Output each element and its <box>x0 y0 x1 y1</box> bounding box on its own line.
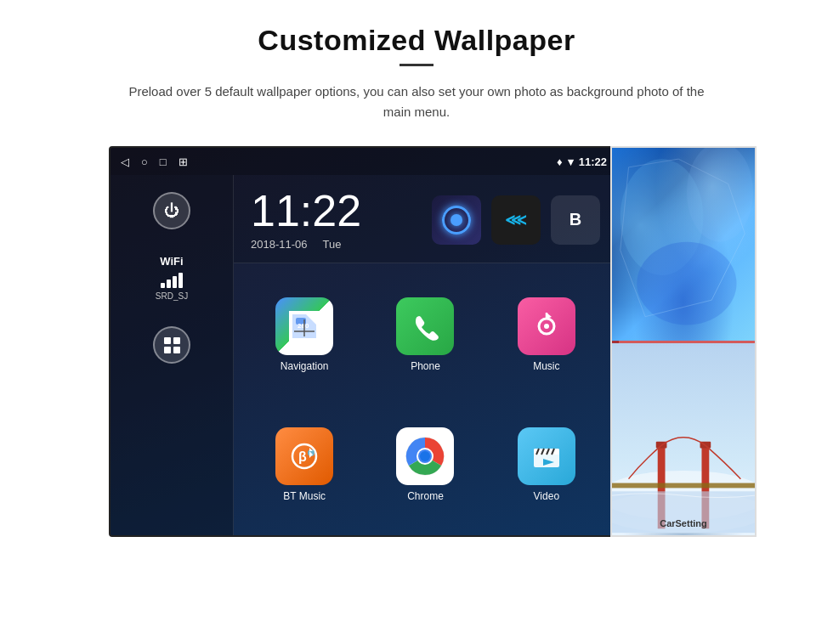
wifi-label: WiFi <box>156 255 188 268</box>
phone-label: Phone <box>411 360 440 372</box>
phone-app[interactable]: Phone <box>367 272 483 397</box>
wifi-status-icon: ▾ <box>568 155 574 168</box>
status-time: 11:22 <box>579 155 607 168</box>
b-icon-label: B <box>570 210 581 229</box>
grid-button[interactable] <box>153 326 190 364</box>
bridge-svg <box>612 343 755 536</box>
navigation-icon: 280 <box>275 297 333 355</box>
wifi-ssid: SRD_SJ <box>156 291 188 301</box>
music-svg <box>530 310 563 342</box>
navigation-label: Navigation <box>280 360 329 372</box>
carsetting-label: CarSetting <box>612 518 755 528</box>
grid-dot-3 <box>164 347 171 353</box>
app-grid: 280 Navigation <box>234 263 617 535</box>
location-icon: ♦ <box>557 155 563 168</box>
main-content: ⏻ WiFi SRD_SJ <box>110 175 617 535</box>
video-label: Video <box>534 490 559 502</box>
status-bar: ◁ ○ □ ⊞ ♦ ▾ 11:22 <box>110 148 617 175</box>
svg-point-5 <box>544 324 549 329</box>
bt-icon: β <box>275 427 333 485</box>
status-bar-left: ◁ ○ □ ⊞ <box>121 155 188 168</box>
chrome-svg <box>404 435 446 477</box>
music-icon <box>518 297 575 355</box>
clock-day: Tue <box>323 238 342 251</box>
wallpaper-thumbnails: CarSetting <box>610 146 756 537</box>
wallpaper-thumb-bridge[interactable]: CarSetting <box>612 343 755 536</box>
wifi-bars <box>156 271 188 288</box>
map-svg: 280 <box>289 311 320 342</box>
chrome-label: Chrome <box>407 490 444 502</box>
kodi-app-icon[interactable]: ⋘ <box>491 195 541 245</box>
b-app-icon[interactable]: B <box>551 195 600 245</box>
wifi-bar-2 <box>167 280 171 288</box>
music-label: Music <box>533 360 559 372</box>
chrome-icon <box>396 427 454 485</box>
center-content: 11:22 2018-11-06 Tue ⋘ <box>234 175 617 535</box>
nav-icon-inner: 280 <box>275 297 333 355</box>
clock-time: 11:22 <box>251 189 415 233</box>
phone-icon <box>396 297 454 355</box>
navigation-app[interactable]: 280 Navigation <box>246 272 362 397</box>
grid-icon <box>162 335 183 356</box>
clock-apps: ⋘ B <box>432 195 600 245</box>
video-svg <box>529 438 564 474</box>
bt-music-app[interactable]: β BT Music <box>246 402 362 527</box>
back-nav-icon[interactable]: ◁ <box>121 155 129 168</box>
page-description: Preload over 5 default wallpaper options… <box>128 82 706 122</box>
video-app[interactable]: Video <box>489 402 604 527</box>
bt-svg: β <box>287 439 321 473</box>
left-sidebar: ⏻ WiFi SRD_SJ <box>110 175 234 535</box>
title-divider <box>400 64 434 66</box>
svg-text:280: 280 <box>298 322 309 330</box>
grid-dot-4 <box>173 347 180 353</box>
kodi-icon-label: ⋘ <box>505 211 527 229</box>
wifi-bar-3 <box>173 276 177 288</box>
music-app[interactable]: Music <box>489 272 604 397</box>
phone-svg <box>409 310 441 342</box>
svg-point-24 <box>637 242 736 325</box>
wifi-bar-1 <box>161 283 165 288</box>
svg-rect-32 <box>612 483 755 488</box>
image-nav-icon[interactable]: ⊞ <box>178 155 188 168</box>
page-wrapper: Customized Wallpaper Preload over 5 defa… <box>0 0 833 644</box>
svg-text:β: β <box>298 449 307 464</box>
wifi-bar-4 <box>178 273 183 288</box>
grid-dot-2 <box>173 337 180 344</box>
video-icon <box>518 427 575 485</box>
clock-date: 2018-11-06 Tue <box>251 238 415 251</box>
clock-area: 11:22 2018-11-06 Tue ⋘ <box>234 175 617 263</box>
clock-date-value: 2018-11-06 <box>251 238 308 251</box>
chrome-app[interactable]: Chrome <box>367 402 483 527</box>
grid-dot-1 <box>164 337 171 344</box>
bt-music-label: BT Music <box>283 490 326 502</box>
home-nav-icon[interactable]: ○ <box>141 155 148 168</box>
power-button[interactable]: ⏻ <box>153 192 190 229</box>
device-wrapper: ◁ ○ □ ⊞ ♦ ▾ 11:22 ⏻ WiFi <box>76 146 756 562</box>
recent-nav-icon[interactable]: □ <box>160 155 167 168</box>
ice-svg <box>612 148 755 341</box>
svg-point-14 <box>420 451 430 461</box>
wifi-widget: WiFi SRD_SJ <box>156 255 188 301</box>
wallpaper-divider <box>612 341 755 343</box>
wallpaper-thumb-blue[interactable] <box>612 148 755 341</box>
android-screen: ◁ ○ □ ⊞ ♦ ▾ 11:22 ⏻ WiFi <box>109 146 619 537</box>
radio-app-icon[interactable] <box>432 195 481 245</box>
clock-display: 11:22 2018-11-06 Tue <box>251 189 415 251</box>
status-bar-right: ♦ ▾ 11:22 <box>557 155 607 168</box>
page-title: Customized Wallpaper <box>258 24 575 57</box>
